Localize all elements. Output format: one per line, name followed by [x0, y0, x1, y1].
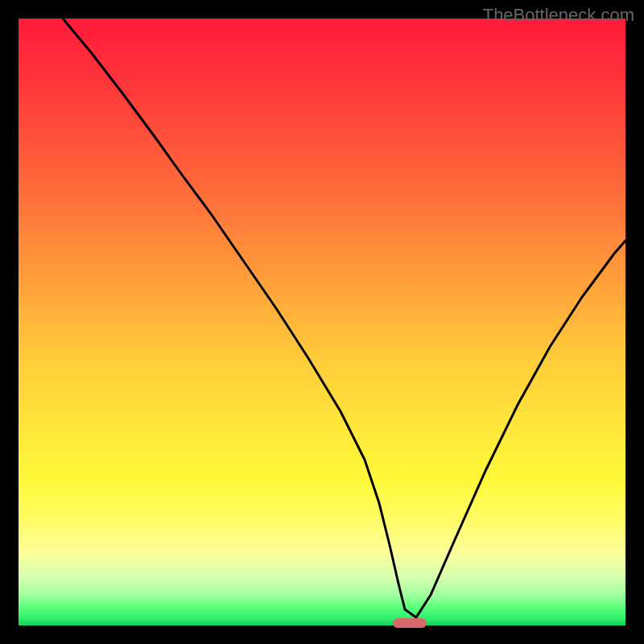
chart-container: TheBottleneck.com [0, 0, 644, 644]
plot-area [19, 19, 625, 625]
curve-svg [19, 19, 625, 625]
optimal-point-marker [393, 618, 427, 628]
bottleneck-curve [63, 19, 625, 617]
watermark-text: TheBottleneck.com [483, 5, 634, 26]
